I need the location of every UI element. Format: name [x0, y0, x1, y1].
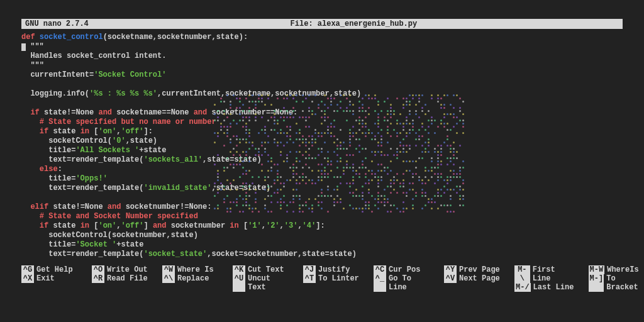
shortcut-label: Read File: [107, 274, 150, 283]
file-name: File: alexa_energenie_hub.py: [89, 19, 619, 28]
shortcut-key: ^Y: [444, 265, 457, 274]
shortcut-item[interactable]: ^KCut Text: [233, 265, 291, 274]
shortcut-label: Cut Text: [248, 265, 291, 274]
code-area[interactable]: def socket_control(socketname,socketnumb…: [21, 33, 623, 259]
shortcut-item[interactable]: ^WWhere Is: [162, 265, 220, 274]
shortcut-label: Get Help: [36, 265, 79, 274]
shortcut-label: Prev Page: [459, 265, 502, 274]
shortcut-key: M-/: [514, 283, 531, 292]
shortcut-label: Go To Line: [389, 274, 431, 292]
shortcut-key: ^C: [374, 265, 386, 274]
shortcut-item[interactable]: ^\Replace: [162, 274, 220, 283]
shortcut-label: To Linter: [318, 274, 361, 283]
shortcut-item[interactable]: ^VNext Page: [444, 274, 502, 283]
shortcut-key: ^_: [374, 274, 386, 292]
shortcut-label: Write Out: [107, 265, 150, 274]
shortcut-label: Last Line: [533, 283, 576, 292]
shortcut-item[interactable]: ^JJustify: [303, 265, 361, 274]
shortcut-label: Cur Pos: [389, 265, 431, 274]
shortcut-key: ^U: [233, 274, 245, 292]
shortcut-label: Uncut Text: [248, 274, 291, 292]
shortcut-key: ^V: [444, 274, 457, 283]
shortcut-key: ^\: [162, 274, 175, 283]
app-version: GNU nano 2.7.4: [25, 19, 89, 28]
shortcut-item[interactable]: ^XExit: [21, 274, 79, 283]
shortcut-item[interactable]: ^GGet Help: [21, 265, 79, 274]
shortcut-key: ^W: [162, 265, 175, 274]
shortcut-key: M-\: [514, 265, 530, 283]
shortcut-key: ^X: [21, 274, 34, 283]
nano-editor: GNU nano 2.7.4 File: alexa_energenie_hub…: [0, 0, 644, 292]
shortcut-key: ^K: [233, 265, 245, 274]
shortcut-item[interactable]: ^CCur Pos: [374, 265, 431, 274]
shortcut-item[interactable]: ^UUncut Text: [233, 274, 291, 292]
shortcut-item[interactable]: ^TTo Linter: [303, 274, 361, 283]
shortcut-key: ^O: [92, 265, 104, 274]
shortcut-label: Next Page: [459, 274, 502, 283]
shortcut-bar: ^GGet Help^XExit^OWrite Out^RRead File^W…: [21, 265, 623, 292]
shortcut-label: Replace: [177, 274, 220, 283]
shortcut-item[interactable]: M-WWhereIs: [589, 265, 644, 274]
shortcut-label: Justify: [318, 265, 361, 274]
shortcut-key: M-]: [589, 274, 604, 292]
shortcut-item[interactable]: M-]To Bracket: [589, 274, 644, 292]
text-cursor: [21, 43, 26, 51]
shortcut-label: First Line: [533, 265, 576, 283]
shortcut-label: To Bracket: [606, 274, 644, 292]
shortcut-label: Where Is: [177, 265, 220, 274]
shortcut-key: M-W: [589, 265, 605, 274]
title-bar: GNU nano 2.7.4 File: alexa_energenie_hub…: [21, 19, 623, 29]
shortcut-item[interactable]: ^OWrite Out: [92, 265, 150, 274]
shortcut-item[interactable]: ^YPrev Page: [444, 265, 502, 274]
shortcut-key: ^G: [21, 265, 34, 274]
shortcut-item[interactable]: ^_Go To Line: [374, 274, 431, 292]
shortcut-label: WhereIs: [607, 265, 644, 274]
shortcut-item[interactable]: ^RRead File: [92, 274, 150, 283]
shortcut-key: ^T: [303, 274, 316, 283]
shortcut-key: ^R: [92, 274, 104, 283]
shortcut-item[interactable]: M-\First Line: [514, 265, 576, 283]
shortcut-key: ^J: [303, 265, 316, 274]
shortcut-item[interactable]: M-/Last Line: [514, 283, 576, 292]
shortcut-label: Exit: [36, 274, 79, 283]
